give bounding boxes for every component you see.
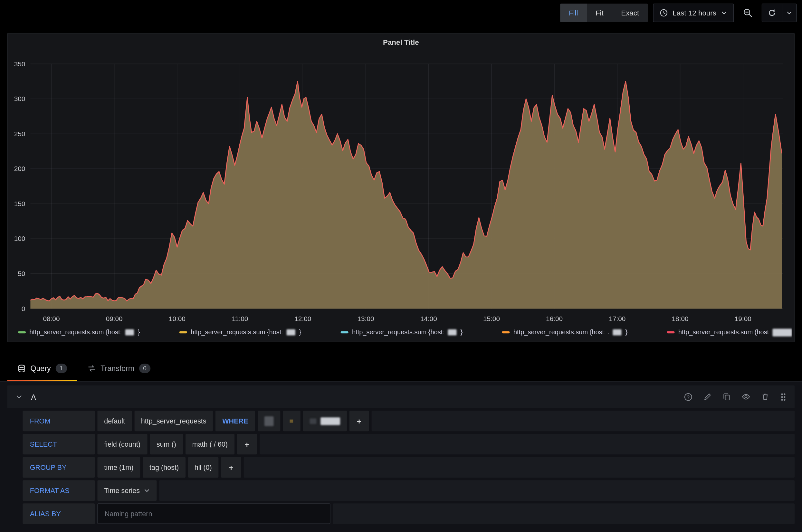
query-actions: ? [684,392,786,401]
add-segment-button[interactable]: + [221,457,241,478]
edit-query-button[interactable] [703,393,712,401]
grafana-panel-editor: Fill Fit Exact Last 12 hours [0,0,802,532]
add-segment-button[interactable]: + [349,411,369,431]
query-row-filler [372,411,795,431]
help-circle-icon: ? [684,392,692,401]
refresh-button[interactable] [762,4,782,22]
duplicate-query-button[interactable] [722,393,731,401]
query-part-label: FORMAT AS [22,480,95,501]
svg-text:250: 250 [14,130,25,137]
svg-text:19:00: 19:00 [735,315,751,322]
add-segment-button[interactable]: + [237,434,257,454]
transform-count-badge: 0 [139,364,151,373]
view-mode-fill-button[interactable]: Fill [560,3,587,22]
query-row: ALIAS BY [22,504,795,524]
svg-text:15:00: 15:00 [483,315,500,322]
series-color-dash [179,331,187,333]
time-range-picker[interactable]: Last 12 hours [653,3,734,22]
query-segment[interactable]: tag (host) [143,457,186,478]
legend-item[interactable]: http_server_requests.sum {host:} [179,329,301,336]
redacted-host [613,329,622,335]
query-segment[interactable]: http_server_requests [134,411,213,431]
redacted-host [448,329,457,335]
toggle-query-visibility-button[interactable] [742,393,750,401]
refresh-split-button [762,3,797,22]
zoom-out-time-button[interactable] [739,3,756,22]
query-segment[interactable]: fill (0) [188,457,218,478]
refresh-icon [768,9,776,17]
tab-transform-label: Transform [100,364,134,373]
clock-icon [660,9,668,17]
query-segment[interactable]: default [97,411,131,431]
tab-transform[interactable]: Transform 0 [77,356,161,381]
query-segment[interactable]: time (1m) [97,457,140,478]
timeseries-chart[interactable]: 05010015020025030035008:0009:0010:0011:0… [8,34,795,343]
series-area-fill [30,81,782,309]
redacted-value [264,416,273,426]
redacted-host [772,328,792,336]
legend-label-suffix: } [138,329,140,336]
alias-by-input[interactable] [97,504,330,524]
query-segment[interactable]: math ( / 60) [186,434,234,454]
query-part-label: FROM [22,411,95,431]
chevron-down-icon [721,11,727,15]
query-part-label: GROUP BY [22,457,95,478]
eye-icon [742,393,750,401]
svg-text:11:00: 11:00 [232,315,248,322]
query-row: SELECTfield (count)sum ()math ( / 60)+ [22,434,795,454]
query-row-filler [244,457,795,478]
svg-text:100: 100 [14,235,25,242]
query-count-badge: 1 [55,364,67,373]
pane-size-mode-group: Fill Fit Exact [560,3,648,22]
collapse-query-button[interactable] [16,394,22,400]
svg-text:200: 200 [14,165,25,172]
delete-query-button[interactable] [761,393,769,401]
top-toolbar: Fill Fit Exact Last 12 hours [0,0,802,26]
svg-text:0: 0 [22,305,25,312]
view-mode-fit-button[interactable]: Fit [587,3,612,22]
chevron-down-icon [786,11,793,15]
legend-label-suffix: } [299,329,302,336]
where-keyword-segment[interactable]: WHERE [215,411,255,431]
svg-text:17:00: 17:00 [609,315,626,322]
legend-item[interactable]: http_server_requests.sum {host:} [18,329,140,336]
svg-text:08:00: 08:00 [43,315,60,322]
legend-label: http_server_requests.sum {host: [29,329,122,336]
database-icon [17,364,26,373]
legend-item[interactable]: http_server_requests.sum {host [667,328,792,336]
drag-handle[interactable] [780,392,786,401]
tab-query-label: Query [30,364,51,373]
time-range-label: Last 12 hours [672,9,716,17]
refresh-interval-dropdown[interactable] [782,4,796,22]
legend-label-suffix: } [460,329,462,336]
query-row: GROUP BYtime (1m)tag (host)fill (0)+ [22,457,795,478]
legend-label-suffix: } [625,329,627,336]
chevron-down-icon [16,394,22,400]
query-editor: A ? [0,382,802,532]
query-row-filler [159,480,795,501]
svg-text:350: 350 [14,60,25,68]
format-as-select[interactable]: Time series [97,480,156,501]
svg-text:09:00: 09:00 [106,315,123,322]
tab-query[interactable]: Query 1 [7,356,77,381]
redacted-segment[interactable] [257,411,280,431]
legend-item[interactable]: http_server_requests.sum {host:} [341,329,462,336]
query-segment[interactable]: field (count) [97,434,147,454]
legend-item[interactable]: http_server_requests.sum {host: .} [502,329,627,336]
query-help-button[interactable]: ? [684,392,692,401]
chart-legend: http_server_requests.sum {host:}http_ser… [18,326,792,339]
redacted-segment[interactable] [303,411,347,431]
query-part-label: SELECT [22,434,95,454]
redacted-host [287,329,295,335]
query-row: FROMdefaulthttp_server_requestsWHERE=+ [22,411,795,431]
svg-text:?: ? [687,394,690,400]
query-segment[interactable]: = [283,411,300,431]
svg-text:10:00: 10:00 [169,315,186,322]
svg-text:13:00: 13:00 [357,315,374,322]
legend-label: http_server_requests.sum {host: [191,329,283,336]
series-color-dash [18,331,26,333]
copy-icon [722,393,731,401]
view-mode-exact-button[interactable]: Exact [612,3,648,22]
query-segment[interactable]: sum () [150,434,183,454]
legend-label: http_server_requests.sum {host: [352,329,444,336]
